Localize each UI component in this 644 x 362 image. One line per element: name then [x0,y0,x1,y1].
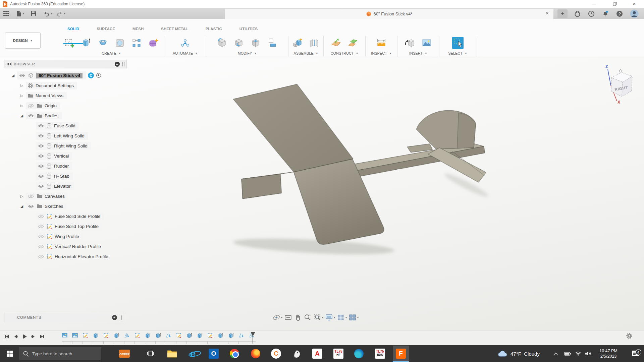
group-label[interactable]: SELECT▼ [439,50,476,57]
extrude-button[interactable] [80,37,92,49]
hole-button[interactable] [114,37,125,49]
save-button[interactable] [30,9,38,18]
taskbar-pin-outlook[interactable]: O [206,346,222,362]
automated-modeling-button[interactable] [179,37,191,49]
shell-button[interactable] [250,37,261,49]
visibility-eye-icon[interactable] [38,134,44,138]
taskbar-clock[interactable]: 10:47 PM2/5/2023 [596,345,621,362]
timeline-feature-extrude-icon[interactable] [228,333,234,338]
group-label[interactable]: CONSTRUCT▼ [324,50,365,57]
timeline-feature-sketch-icon[interactable] [207,333,213,338]
taskbar-pin-tl75-edu[interactable]: TL75EDU [372,346,388,362]
browser-item-left-wing-solid[interactable]: Left Wing Solid [36,131,88,140]
expand-icon[interactable]: ▷ [19,194,24,198]
browser-item-document-settings[interactable]: ▷Document Settings [19,81,77,90]
notifications-bell-icon[interactable] [600,9,610,18]
browser-item-fuse-solid-top-profile[interactable]: Fuse Solid Top Profile [36,222,102,231]
taskbar-pin-fusion-360[interactable]: F [393,346,409,362]
group-label[interactable]: AUTOMATE▼ [164,50,206,57]
offset-plane-button[interactable] [347,37,359,49]
pan-tool[interactable] [294,313,302,321]
undo-button[interactable]: ▼ [42,9,54,18]
browser-item-horizontal-elevator-profile[interactable]: Horizontal/ Elevator Profile [36,252,112,261]
weather-widget[interactable]: 47°F Cloudy [497,345,540,362]
visibility-eye-off-icon[interactable] [38,224,44,229]
new-component-button[interactable] [292,37,303,49]
timeline-feature-mirror-icon[interactable] [166,333,171,338]
visibility-eye-off-icon[interactable] [38,214,44,219]
go-to-end-button[interactable] [38,333,45,340]
group-label[interactable]: CREATE▼ [59,50,164,57]
timeline-position-marker[interactable] [251,332,255,344]
tray-show-hidden-icons[interactable] [553,345,558,362]
taskbar-pin-chrome[interactable] [226,346,243,362]
browser-item-canvases[interactable]: ▷Canvases [19,192,68,200]
timeline-feature-extrude-icon[interactable] [186,333,192,338]
visibility-eye-icon[interactable] [38,184,44,188]
browser-item-h-stab[interactable]: H- Stab [36,172,73,180]
fillet-button[interactable] [233,37,245,49]
new-document-tab-button[interactable]: + [557,9,568,18]
timeline-feature-extrude-icon[interactable] [155,333,161,338]
document-tab[interactable]: 60" Fusion Stick v4* [225,9,553,19]
comments-bar[interactable]: COMMENTS + [4,313,124,322]
view-cube[interactable]: Z X RIGHT [602,62,639,104]
timeline-feature-extrude-icon[interactable] [197,333,203,338]
look-at-tool[interactable] [284,313,292,321]
visibility-eye-off-icon[interactable] [38,234,44,239]
browser-item-origin[interactable]: ▷Origin [19,101,60,110]
taskbar-pin-internet-explorer[interactable]: e [185,346,201,362]
tab-surface[interactable]: SURFACE [88,27,124,37]
panel-grip-handle[interactable] [120,315,122,320]
profile-avatar[interactable] [629,9,639,18]
app-grid-icon[interactable] [2,9,10,18]
browser-item-elevator[interactable]: Elevator [36,182,74,190]
orbit-tool[interactable]: ▾ [272,313,282,321]
visibility-eye-icon[interactable] [38,124,44,128]
visibility-eye-icon[interactable] [28,204,34,208]
press-pull-button[interactable] [216,37,228,49]
browser-item-named-views[interactable]: ▷Named Views [19,91,67,100]
file-menu-button[interactable]: ▼ [15,9,26,18]
search-input[interactable] [32,351,93,356]
visibility-eye-off-icon[interactable] [28,194,34,198]
add-comment-icon[interactable]: + [112,315,117,320]
viewports-tool[interactable]: ▾ [348,313,359,321]
close-document-icon[interactable]: ✕ [545,11,549,16]
timeline-feature-extrude-icon[interactable] [93,333,99,338]
visibility-eye-off-icon[interactable] [38,254,44,259]
job-status-icon[interactable] [586,9,596,18]
expand-icon[interactable]: ▷ [19,83,24,88]
timeline-feature-mirror-icon[interactable] [238,333,244,338]
visibility-eye-icon[interactable] [38,144,44,148]
timeline-feature-extrude-icon[interactable] [114,333,119,338]
tab-utilities[interactable]: UTILITIES [231,27,266,37]
redo-button[interactable]: ▼ [55,9,67,18]
insert-canvas-button[interactable] [421,37,432,49]
grid-layout-tool[interactable]: ▾ [337,313,347,321]
browser-item-right-wing-solid[interactable]: Right Wing Solid [36,141,91,150]
go-to-start-button[interactable] [3,333,10,340]
group-label[interactable]: MODIFY▼ [206,50,288,57]
browser-item-sketches[interactable]: ◢Sketches [19,202,67,210]
timeline-feature-extrude-icon[interactable] [218,333,223,338]
timeline-feature-sketch-icon[interactable] [135,333,140,338]
browser-item-rudder[interactable]: Rudder [36,162,72,170]
taskbar-pin-amsted-app[interactable]: Amsted [116,346,132,362]
visibility-eye-icon[interactable] [38,164,44,168]
wifi-icon[interactable] [575,345,581,362]
step-back-button[interactable] [12,333,19,340]
timeline-feature-sketch-icon[interactable] [103,333,109,338]
timeline-feature-extrude-icon[interactable] [145,333,151,338]
browser-header[interactable]: BROWSER – [4,60,127,68]
select-button[interactable] [452,37,464,49]
pattern-button[interactable] [131,37,142,49]
workspace-selector[interactable]: DESIGN▼ [5,33,41,49]
tab-mesh[interactable]: MESH [124,27,152,37]
taskbar-pin-file-explorer[interactable] [164,346,180,362]
browser-item-vertical[interactable]: Vertical [36,152,72,160]
collapse-icon[interactable]: ◢ [19,114,24,118]
timeline-feature-sketch-icon[interactable] [176,333,182,338]
taskbar-pin-edge[interactable] [351,346,367,362]
battery-icon[interactable] [564,345,571,362]
